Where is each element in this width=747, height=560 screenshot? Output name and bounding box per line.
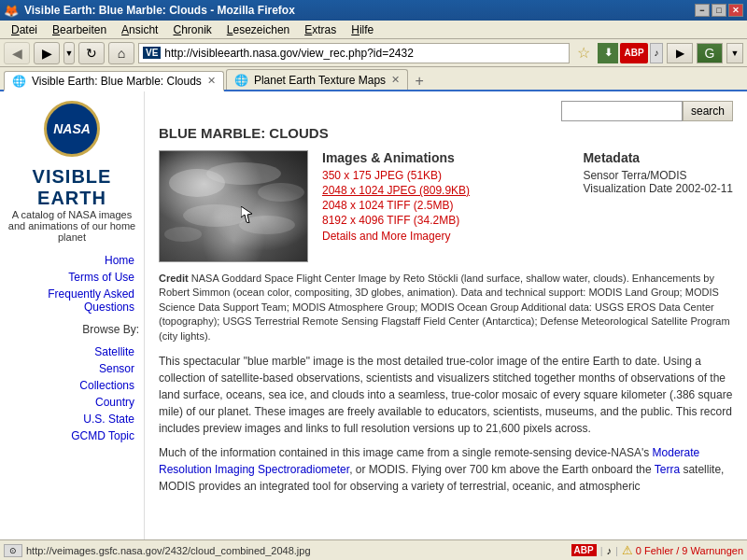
- sidebar-link-gcmd[interactable]: GCMD Topic: [5, 427, 139, 444]
- address-prefix: VE: [143, 47, 161, 59]
- google-dropdown[interactable]: ▼: [726, 43, 743, 63]
- search-button[interactable]: search: [683, 101, 733, 121]
- terra-link[interactable]: Terra: [655, 463, 680, 476]
- credit-label: Credit: [159, 273, 189, 284]
- download-link-3[interactable]: 8192 x 4096 TIFF (34.2MB): [322, 214, 559, 227]
- warning-area: ⚠ 0 Fehler / 9 Warnungen: [622, 543, 743, 557]
- sidebar-nav: Home Terms of Use Frequently Asked Quest…: [5, 252, 139, 315]
- divider-2: |: [615, 545, 618, 556]
- content-area: NASA VISIBLE EARTH A catalog of NASA ima…: [0, 91, 747, 539]
- menu-ansicht[interactable]: Ansicht: [114, 21, 165, 38]
- menu-bar: Datei Bearbeiten Ansicht Chronik Lesezei…: [0, 21, 747, 39]
- menu-chronik[interactable]: Chronik: [165, 21, 218, 38]
- divider-1: |: [600, 545, 603, 556]
- svg-point-4: [239, 216, 295, 234]
- forward-button[interactable]: ▶: [34, 42, 60, 64]
- menu-lesezeichen[interactable]: Lesezeichen: [219, 21, 297, 38]
- address-bar: VE: [138, 43, 570, 63]
- browse-by-label: Browse By:: [5, 323, 139, 336]
- sidebar-link-terms[interactable]: Terms of Use: [5, 269, 139, 286]
- nasa-logo: NASA: [44, 101, 100, 157]
- status-bar: ⊙ http://veimages.gsfc.nasa.gov/2432/clo…: [0, 539, 747, 560]
- warning-icon: ⚠: [622, 543, 633, 557]
- svg-point-5: [164, 227, 202, 242]
- content-top: Images & Animations 350 x 175 JPEG (51KB…: [159, 150, 733, 262]
- menu-bearbeiten[interactable]: Bearbeiten: [45, 21, 114, 38]
- error-count: 0 Fehler / 9 Warnungen: [636, 545, 743, 556]
- metadata-title: Metadata: [583, 150, 733, 165]
- tab-1-label: Planet Earth Texture Maps: [254, 74, 386, 87]
- sidebar-link-country[interactable]: Country: [5, 394, 139, 411]
- status-indicator: ⊙: [4, 544, 22, 557]
- search-area: search: [159, 101, 733, 121]
- address-input[interactable]: [164, 47, 565, 60]
- window-controls: − □ ✕: [695, 4, 743, 17]
- refresh-button[interactable]: ↻: [78, 42, 105, 64]
- maximize-button[interactable]: □: [712, 4, 726, 17]
- svg-point-3: [183, 204, 248, 227]
- search-input[interactable]: [561, 101, 683, 121]
- svg-point-1: [206, 162, 281, 185]
- status-url: http://veimages.gsfc.nasa.gov/2432/cloud…: [26, 545, 568, 556]
- sidebar-link-collections[interactable]: Collections: [5, 377, 139, 394]
- tab-0-icon: 🌐: [12, 75, 26, 88]
- menu-extras[interactable]: Extras: [297, 21, 344, 38]
- details-link[interactable]: Details and More Imagery: [322, 230, 450, 243]
- metadata-section: Metadata Sensor Terra/MODIS Visualizatio…: [583, 150, 733, 262]
- menu-hilfe[interactable]: Hilfe: [344, 21, 381, 38]
- bookmark-star[interactable]: ☆: [577, 44, 590, 62]
- close-button[interactable]: ✕: [728, 4, 743, 17]
- main-content: search BLUE MARBLE: CLOUDS: [145, 91, 747, 539]
- body-text-1: This spectacular "blue marble" image is …: [159, 353, 733, 437]
- adblock-status: ABP: [571, 544, 597, 556]
- download-icon[interactable]: ⬇: [598, 43, 618, 63]
- menu-datei[interactable]: Datei: [4, 21, 45, 38]
- go-button[interactable]: ▶: [667, 43, 693, 63]
- sidebar-link-state[interactable]: U.S. State: [5, 411, 139, 427]
- tab-0-label: Visible Earth: Blue Marble: Clouds: [32, 75, 202, 88]
- modis-link[interactable]: Moderate Resolution Imaging Spectroradio…: [159, 446, 699, 476]
- sidebar-browse-links: Satellite Sensor Collections Country U.S…: [5, 343, 139, 444]
- tab-1-close[interactable]: ✕: [391, 74, 400, 86]
- adblock-icon[interactable]: ABP: [620, 43, 648, 63]
- audio-icon[interactable]: ♪: [650, 43, 663, 63]
- image-info: Images & Animations 350 x 175 JPEG (51KB…: [322, 150, 559, 262]
- page-title: BLUE MARBLE: CLOUDS: [159, 125, 733, 141]
- sidebar-logo: NASA: [5, 101, 139, 157]
- download-link-1[interactable]: 2048 x 1024 JPEG (809.9KB): [322, 184, 559, 197]
- title-bar: 🦊 Visible Earth: Blue Marble: Clouds - M…: [0, 0, 747, 21]
- sidebar-link-faq[interactable]: Frequently Asked Questions: [5, 286, 139, 315]
- credit-text: Credit NASA Goddard Space Flight Center …: [159, 272, 733, 343]
- nav-bar: ◀ ▶ ▼ ↻ ⌂ VE ☆ ⬇ ABP ♪ ▶ G ▼: [0, 39, 747, 67]
- body-text-2: Much of the information contained in thi…: [159, 444, 733, 495]
- image-thumbnail: [159, 150, 308, 262]
- download-link-0[interactable]: 350 x 175 JPEG (51KB): [322, 169, 559, 182]
- back-dropdown[interactable]: ▼: [63, 42, 75, 64]
- tab-0[interactable]: 🌐 Visible Earth: Blue Marble: Clouds ✕: [4, 71, 224, 91]
- tab-1-icon: 🌐: [234, 74, 248, 87]
- tab-0-close[interactable]: ✕: [207, 75, 216, 87]
- cloud-svg: [160, 150, 308, 262]
- credit-content: NASA Goddard Space Flight Center Image b…: [159, 273, 730, 342]
- sidebar: NASA VISIBLE EARTH A catalog of NASA ima…: [0, 91, 145, 539]
- sidebar-link-sensor[interactable]: Sensor: [5, 360, 139, 377]
- new-tab-button[interactable]: +: [410, 73, 429, 90]
- sidebar-link-satellite[interactable]: Satellite: [5, 343, 139, 360]
- images-section-title: Images & Animations: [322, 150, 559, 165]
- home-button[interactable]: ⌂: [108, 42, 134, 64]
- tab-1[interactable]: 🌐 Planet Earth Texture Maps ✕: [226, 69, 408, 90]
- download-link-2[interactable]: 2048 x 1024 TIFF (2.5MB): [322, 199, 559, 212]
- audio-status: ♪: [606, 545, 612, 556]
- svg-point-2: [258, 183, 304, 202]
- window-title: Visible Earth: Blue Marble: Clouds - Moz…: [24, 4, 695, 17]
- site-subtitle: A catalog of NASA images and animations …: [5, 209, 139, 243]
- sidebar-link-home[interactable]: Home: [5, 252, 139, 269]
- earth-image: [160, 150, 307, 262]
- back-button[interactable]: ◀: [4, 42, 30, 64]
- site-title: VISIBLE EARTH: [5, 166, 139, 209]
- tabs-bar: 🌐 Visible Earth: Blue Marble: Clouds ✕ 🌐…: [0, 67, 747, 91]
- metadata-date: Visualization Date 2002-02-11: [583, 182, 733, 195]
- google-btn[interactable]: G: [697, 43, 723, 63]
- metadata-sensor: Sensor Terra/MODIS: [583, 169, 733, 182]
- minimize-button[interactable]: −: [695, 4, 710, 17]
